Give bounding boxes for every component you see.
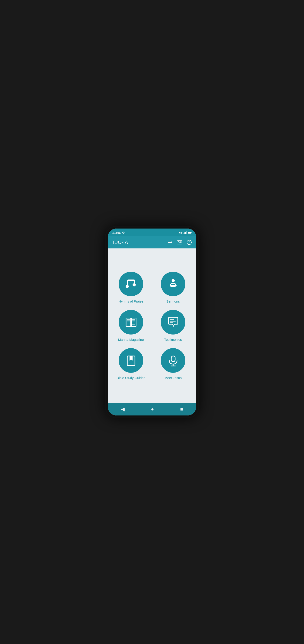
wifi-icon xyxy=(179,231,182,234)
svg-rect-5 xyxy=(191,232,192,233)
bible-study-label: Bible Study Guides xyxy=(117,376,145,380)
status-time: 11:46 xyxy=(112,231,121,234)
gear-icon: ⚙ xyxy=(122,231,125,234)
bible-study-item[interactable]: Bible Study Guides xyxy=(112,348,150,380)
status-bar: 11:46 ⚙ xyxy=(108,228,196,236)
main-content: Hymns of Praise xyxy=(108,248,196,403)
svg-point-19 xyxy=(133,283,136,286)
hymns-item[interactable]: Hymns of Praise xyxy=(112,272,150,303)
svg-point-18 xyxy=(126,285,129,288)
sermons-item[interactable]: Sermons xyxy=(154,272,192,303)
phone-device: 11:46 ⚙ xyxy=(105,226,199,418)
testimonies-label: Testimonies xyxy=(164,338,182,342)
book-icon xyxy=(125,354,137,367)
meet-jesus-item[interactable]: Meet Jesus xyxy=(154,348,192,380)
microphone-icon xyxy=(167,354,179,367)
svg-rect-24 xyxy=(126,318,131,326)
app-toolbar: TJC-IA 中 xyxy=(108,236,196,248)
sermons-icon-circle xyxy=(161,272,185,296)
manna-item[interactable]: Manna Magazine xyxy=(112,310,150,342)
svg-rect-0 xyxy=(184,233,184,234)
sermon-icon xyxy=(167,278,179,290)
magazine-icon xyxy=(125,316,137,328)
svg-point-8 xyxy=(178,242,179,243)
testimonies-item[interactable]: Testimonies xyxy=(154,310,192,342)
svg-point-20 xyxy=(171,279,175,282)
meet-jesus-label: Meet Jesus xyxy=(165,376,182,380)
battery-icon xyxy=(188,232,192,234)
testimonies-icon-circle xyxy=(161,310,185,334)
chat-icon xyxy=(167,316,179,328)
menu-grid: Hymns of Praise xyxy=(112,272,192,380)
profile-icon[interactable] xyxy=(177,240,182,245)
status-left: 11:46 ⚙ xyxy=(112,231,125,234)
svg-rect-21 xyxy=(170,285,177,286)
home-button[interactable]: ● xyxy=(151,406,154,412)
app-title: TJC-IA xyxy=(112,240,128,245)
signal-icon xyxy=(184,231,187,234)
svg-rect-2 xyxy=(185,232,186,234)
phone-screen: 11:46 ⚙ xyxy=(108,228,196,416)
recents-button[interactable]: ■ xyxy=(180,406,183,412)
manna-label: Manna Magazine xyxy=(118,338,144,342)
hymns-icon-circle xyxy=(119,272,143,296)
svg-rect-25 xyxy=(131,318,136,326)
bottom-nav: ◀ ● ■ xyxy=(108,403,196,416)
hymns-label: Hymns of Praise xyxy=(119,300,143,303)
toolbar-icons: 中 xyxy=(168,239,192,246)
svg-rect-40 xyxy=(171,356,175,362)
svg-rect-3 xyxy=(186,231,187,234)
svg-rect-6 xyxy=(188,232,191,233)
svg-rect-15 xyxy=(128,279,135,280)
status-right xyxy=(179,231,192,234)
bible-study-icon-circle xyxy=(119,348,143,373)
sermons-label: Sermons xyxy=(166,300,180,303)
chinese-language-icon[interactable]: 中 xyxy=(168,239,173,246)
back-button[interactable]: ◀ xyxy=(121,406,125,412)
music-icon xyxy=(125,278,137,290)
info-icon[interactable] xyxy=(186,240,192,245)
manna-icon-circle xyxy=(119,310,143,334)
meet-jesus-icon-circle xyxy=(161,348,185,373)
svg-rect-1 xyxy=(184,232,185,234)
